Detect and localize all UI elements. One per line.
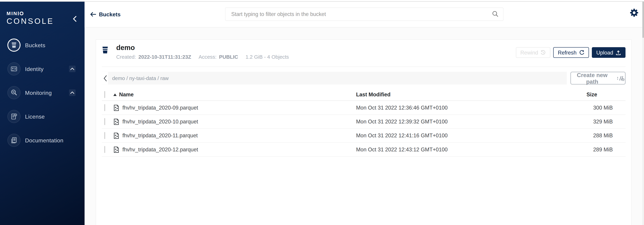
row-checkbox[interactable] <box>104 104 105 111</box>
object-modified: Mon Oct 31 2022 12:36:46 GMT+0100 <box>356 105 556 111</box>
sidebar-item-documentation[interactable]: Documentation <box>0 131 85 149</box>
object-name: fhvhv_tripdata_2020-10.parquet <box>122 119 198 125</box>
object-name: fhvhv_tripdata_2020-11.parquet <box>122 132 198 139</box>
logo-io-text: IO <box>18 10 24 16</box>
rewind-button[interactable]: Rewind <box>516 47 550 58</box>
page-scrollbar[interactable] <box>642 1 644 225</box>
minio-wordmark: MINIO <box>6 10 54 17</box>
sidebar-nav: Buckets Identity <box>0 36 85 155</box>
create-path-icon <box>617 75 625 81</box>
row-checkbox[interactable] <box>104 132 105 139</box>
documentation-icon <box>8 134 21 147</box>
monitoring-icon <box>8 86 21 99</box>
bucket-meta: Created: 2022-10-31T11:31:23Z Access: PU… <box>116 54 289 60</box>
monitoring-chevron-up-icon[interactable] <box>69 89 76 96</box>
back-arrow-icon <box>90 11 96 17</box>
row-checkbox[interactable] <box>104 118 105 125</box>
create-new-path-button[interactable]: Create new path <box>570 72 626 84</box>
table-row[interactable]: fhvhv_tripdata_2020-09.parquet Mon Oct 3… <box>102 101 626 115</box>
license-icon <box>8 110 21 123</box>
bucket-name: demo <box>116 44 289 52</box>
identity-icon <box>8 62 21 75</box>
window-top-strip <box>0 0 644 1</box>
sidebar-label-license: License <box>25 113 45 119</box>
object-modified: Mon Oct 31 2022 12:39:32 GMT+0100 <box>356 119 556 125</box>
object-size: 288 MiB <box>556 132 626 139</box>
object-size: 329 MiB <box>556 119 626 125</box>
path-back-chevron-icon[interactable] <box>102 72 108 84</box>
sidebar-label-buckets: Buckets <box>25 42 46 48</box>
parquet-file-icon <box>113 104 119 111</box>
path-row: demo / ny-taxi-data / raw Create new pat… <box>102 72 626 84</box>
sidebar-item-identity[interactable]: Identity <box>0 60 85 78</box>
object-filter-searchbox <box>225 7 504 21</box>
column-header-size[interactable]: Size <box>556 91 626 98</box>
topbar: Buckets <box>85 1 644 27</box>
sidebar-label-monitoring: Monitoring <box>25 90 52 96</box>
main-area: Buckets <box>85 1 644 225</box>
object-size: 289 MiB <box>556 146 626 152</box>
scrollbar-thumb[interactable] <box>642 1 644 38</box>
search-icon <box>492 10 499 17</box>
sidebar-collapse-icon[interactable] <box>72 16 77 22</box>
parquet-file-icon <box>113 132 119 139</box>
column-header-name[interactable]: Name <box>113 91 356 98</box>
refresh-button[interactable]: Refresh <box>554 47 589 58</box>
created-label: Created: <box>116 54 136 60</box>
column-header-modified[interactable]: Last Modified <box>356 91 556 98</box>
sidebar-item-license[interactable]: License <box>0 107 85 126</box>
table-row[interactable]: fhvhv_tripdata_2020-11.parquet Mon Oct 3… <box>102 129 626 143</box>
bucket-actions: Rewind Refresh <box>516 47 626 66</box>
parquet-file-icon <box>113 118 119 125</box>
bucket-header: demo Created: 2022-10-31T11:31:23Z Acces… <box>102 40 626 67</box>
create-path-label: Create new path <box>571 71 614 85</box>
object-size: 300 MiB <box>556 105 626 111</box>
bucket-icon <box>102 46 108 54</box>
select-all-checkbox[interactable] <box>104 91 105 98</box>
refresh-label: Refresh <box>558 49 576 55</box>
topbar-title: Buckets <box>99 11 120 17</box>
access-value: PUBLIC <box>219 54 238 60</box>
object-name: fhvhv_tripdata_2020-12.parquet <box>122 146 198 152</box>
back-to-buckets[interactable]: Buckets <box>90 1 120 27</box>
upload-button[interactable]: Upload <box>592 47 626 58</box>
created-value: 2022-10-31T11:31:23Z <box>138 54 191 60</box>
refresh-icon <box>579 50 584 55</box>
sidebar-item-monitoring[interactable]: Monitoring <box>0 84 85 102</box>
logo-console-text: CONSOLE <box>6 17 54 25</box>
logo-min-text: MIN <box>6 10 18 16</box>
sidebar-label-identity: Identity <box>25 66 44 72</box>
minio-console-screen: MINIO CONSOLE Buckets <box>0 0 644 225</box>
parquet-file-icon <box>113 146 119 153</box>
rewind-label: Rewind <box>520 49 538 55</box>
search-input[interactable] <box>225 7 504 21</box>
path-bar: demo / ny-taxi-data / raw <box>102 72 567 84</box>
row-checkbox[interactable] <box>104 146 105 153</box>
sidebar-item-buckets[interactable]: Buckets <box>0 36 85 54</box>
sidebar: MINIO CONSOLE Buckets <box>0 1 85 225</box>
sort-ascending-icon <box>113 93 117 96</box>
bucket-titles: demo Created: 2022-10-31T11:31:23Z Acces… <box>116 40 289 66</box>
access-label: Access: <box>198 54 216 60</box>
object-modified: Mon Oct 31 2022 12:43:12 GMT+0100 <box>356 146 556 152</box>
object-name: fhvhv_tripdata_2020-09.parquet <box>122 105 198 111</box>
table-header-row: Name Last Modified Size <box>102 89 626 101</box>
sidebar-label-documentation: Documentation <box>25 137 64 143</box>
minio-logo: MINIO CONSOLE <box>6 10 54 25</box>
buckets-icon <box>8 38 21 52</box>
bucket-browser-card: demo Created: 2022-10-31T11:31:23Z Acces… <box>96 39 632 225</box>
window-top-hairline <box>0 1 644 1</box>
rewind-icon <box>540 50 546 55</box>
identity-chevron-up-icon[interactable] <box>69 66 76 72</box>
table-row[interactable]: fhvhv_tripdata_2020-12.parquet Mon Oct 3… <box>102 143 626 157</box>
objects-table: Name Last Modified Size <box>102 89 626 157</box>
table-row[interactable]: fhvhv_tripdata_2020-10.parquet Mon Oct 3… <box>102 115 626 129</box>
upload-label: Upload <box>596 49 613 55</box>
object-modified: Mon Oct 31 2022 12:41:16 GMT+0100 <box>356 132 556 139</box>
breadcrumb[interactable]: demo / ny-taxi-data / raw <box>108 72 169 84</box>
bucket-usage: 1.2 GiB - 4 Objects <box>246 54 289 60</box>
settings-gear-icon[interactable] <box>630 8 638 17</box>
upload-icon <box>616 50 621 55</box>
